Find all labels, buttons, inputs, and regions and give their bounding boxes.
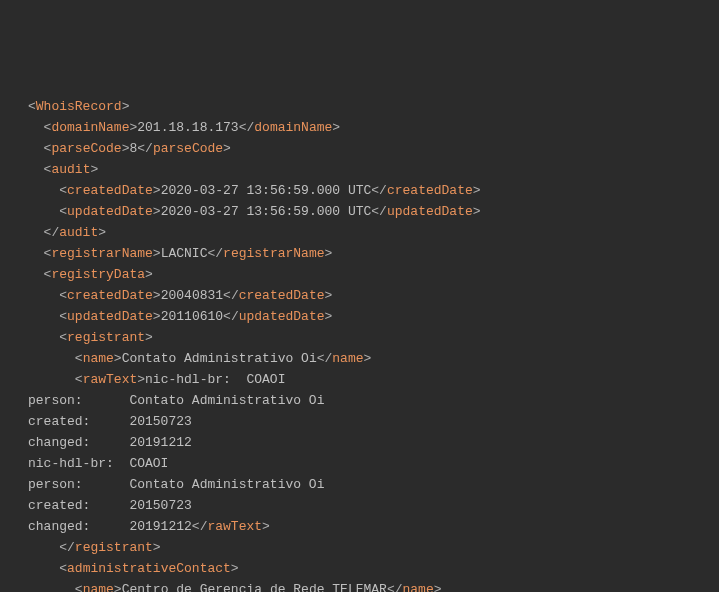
rawtext-line: changed: 20191212 bbox=[28, 435, 192, 450]
rawtext-line: person: Contato Administrativo Oi bbox=[28, 477, 324, 492]
tag-domainname: domainName bbox=[51, 120, 129, 135]
tag-createddate: createdDate bbox=[67, 183, 153, 198]
value-audit-updated: 2020-03-27 13:56:59.000 UTC bbox=[161, 204, 372, 219]
rawtext-line: nic-hdl-br: COAOI bbox=[28, 456, 168, 471]
tag-registrant: registrant bbox=[67, 330, 145, 345]
tag-rawtext: rawText bbox=[83, 372, 138, 387]
tag-parsecode: parseCode bbox=[51, 141, 121, 156]
value-audit-created: 2020-03-27 13:56:59.000 UTC bbox=[161, 183, 372, 198]
tag-audit: audit bbox=[51, 162, 90, 177]
code-viewer: <WhoisRecord> <domainName>201.18.18.173<… bbox=[28, 96, 719, 592]
tag-registrarname: registrarName bbox=[51, 246, 152, 261]
rawtext-line: person: Contato Administrativo Oi bbox=[28, 393, 324, 408]
rawtext-line: nic-hdl-br: COAOI bbox=[145, 372, 285, 387]
tag-whoisrecord: WhoisRecord bbox=[36, 99, 122, 114]
value-registrarname: LACNIC bbox=[161, 246, 208, 261]
value-domainname: 201.18.18.173 bbox=[137, 120, 238, 135]
rawtext-line: created: 20150723 bbox=[28, 414, 192, 429]
value-reg-created: 20040831 bbox=[161, 288, 223, 303]
value-reg-updated: 20110610 bbox=[161, 309, 223, 324]
tag-registrydata: registryData bbox=[51, 267, 145, 282]
rawtext-line: created: 20150723 bbox=[28, 498, 192, 513]
value-registrant-name: Contato Administrativo Oi bbox=[122, 351, 317, 366]
rawtext-line: changed: 20191212 bbox=[28, 519, 192, 534]
tag-updateddate: updatedDate bbox=[67, 204, 153, 219]
value-admin-name: Centro de Gerencia de Rede TELEMAR bbox=[122, 582, 387, 592]
tag-name: name bbox=[83, 351, 114, 366]
tag-admincontact: administrativeContact bbox=[67, 561, 231, 576]
